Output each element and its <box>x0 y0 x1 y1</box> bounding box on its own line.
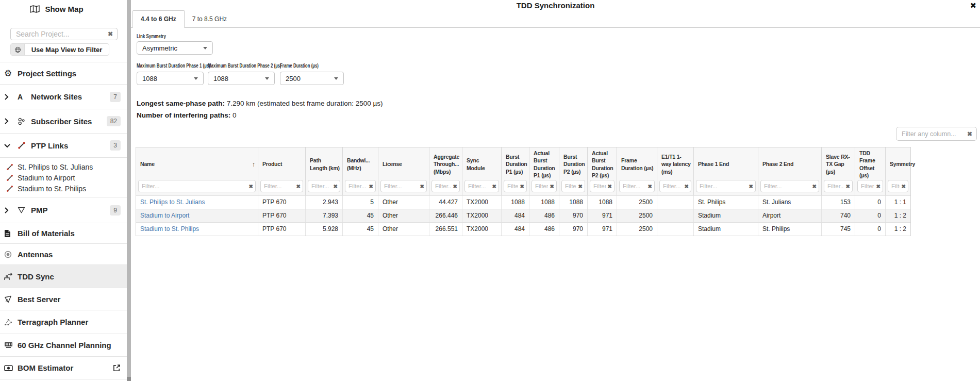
column-header-actual-burst-duration-p1-s[interactable]: Actual Burst Duration P1 (µs)✖ <box>529 147 559 195</box>
clear-filter-icon[interactable]: ✖ <box>491 184 496 189</box>
close-icon[interactable]: ✖ <box>970 1 976 10</box>
table-row[interactable]: Stadium to St. PhilipsPTP 6705.92845Othe… <box>136 222 910 236</box>
column-header-e1-t1-1-way-latency-ms[interactable]: E1/T1 1-way latency (ms)✖ <box>657 147 694 195</box>
column-filter-input[interactable] <box>826 183 845 190</box>
link-name-text[interactable]: Stadium to St. Philips <box>140 225 199 233</box>
column-filter-input[interactable] <box>890 183 901 190</box>
column-header-path-length-km[interactable]: Path Length (km)✖ <box>306 147 343 195</box>
column-filter-input[interactable] <box>506 183 519 190</box>
column-header-slave-rx-tx-gap-s[interactable]: Slave RX-TX Gap (µs)✖ <box>822 147 855 195</box>
table-row[interactable]: Stadium to AirportPTP 6707.39345Other266… <box>136 209 910 222</box>
column-filter-burst-duration-p2-s: ✖ <box>561 180 585 192</box>
sidebar-item-bill-of-materials[interactable]: Bill of Materials <box>0 223 127 244</box>
column-filter-input[interactable] <box>763 183 811 190</box>
column-filter-input[interactable] <box>347 183 368 190</box>
column-header-phase-1-end[interactable]: Phase 1 End✖ <box>694 147 758 195</box>
link-name-text[interactable]: Stadium to Airport <box>140 212 189 219</box>
clear-filter-icon[interactable]: ✖ <box>295 184 301 189</box>
sidebar-item-terragraph-planner[interactable]: Terragraph Planner <box>0 310 127 334</box>
clear-filter-icon[interactable]: ✖ <box>811 184 817 189</box>
clear-filter-icon[interactable]: ✖ <box>452 184 457 189</box>
column-header-phase-2-end[interactable]: Phase 2 End✖ <box>758 147 822 195</box>
sidebar-item-subscriber-sites[interactable]: Subscriber Sites82 <box>0 109 127 134</box>
column-filter-input[interactable] <box>434 183 452 190</box>
column-header-bandwi-mhz[interactable]: Bandwi... (MHz)✖ <box>343 147 378 195</box>
clear-filter-icon[interactable]: ✖ <box>577 184 583 189</box>
sidebar-item-bom-estimator[interactable]: BOM Estimator <box>0 357 127 379</box>
column-filter-input[interactable] <box>534 183 549 190</box>
column-filter-input[interactable] <box>622 183 647 190</box>
column-filter-input[interactable] <box>564 183 577 190</box>
sidebar-item-stadium-to-airport[interactable]: Stadium to Airport <box>0 172 127 183</box>
max-burst-phase2-select[interactable]: 1088 <box>208 72 275 85</box>
column-filter-input[interactable] <box>592 183 607 190</box>
clear-filter-icon[interactable]: ✖ <box>647 184 652 189</box>
clear-search-icon[interactable]: ✖ <box>108 30 113 38</box>
column-header-frame-duration-s[interactable]: Frame Duration (µs)✖ <box>617 147 657 195</box>
sidebar-item-best-server[interactable]: Best Server <box>0 288 127 310</box>
clear-filter-any-icon[interactable]: ✖ <box>967 130 972 138</box>
sidebar-item-st-philips-to-st-julians[interactable]: St. Philips to St. Julians <box>0 161 127 172</box>
clear-filter-icon[interactable]: ✖ <box>607 184 612 189</box>
link-name-cell[interactable]: St. Philips to St. Julians <box>136 196 258 209</box>
clear-filter-icon[interactable]: ✖ <box>419 184 424 189</box>
column-filter-input[interactable] <box>141 183 248 190</box>
column-header-tdd-frame-offset-s[interactable]: TDD Frame Offset (µs)✖ <box>855 147 886 195</box>
column-header-symmetry[interactable]: Symmetry✖ <box>886 147 910 195</box>
sidebar-scrollbar[interactable] <box>127 0 131 381</box>
link-name-cell[interactable]: Stadium to Airport <box>136 209 258 222</box>
column-filter-symmetry: ✖ <box>888 180 908 192</box>
clear-filter-icon[interactable]: ✖ <box>248 184 253 189</box>
clear-filter-icon[interactable]: ✖ <box>519 184 524 189</box>
column-header-product[interactable]: Product✖ <box>258 147 306 195</box>
show-map-button[interactable]: Show Map <box>0 2 127 15</box>
link-name-cell[interactable]: Stadium to St. Philips <box>136 223 258 236</box>
column-filter-input[interactable] <box>310 183 333 190</box>
clear-filter-icon[interactable]: ✖ <box>901 184 906 189</box>
sidebar-item-ptp-links[interactable]: PTP Links3 <box>0 134 127 158</box>
tab-7-to-8-5-ghz[interactable]: 7 to 8.5 GHz <box>185 10 235 27</box>
column-header-actual-burst-duration-p2-s[interactable]: Actual Burst Duration P2 (µs)✖ <box>588 147 617 195</box>
column-header-label: License <box>383 160 402 168</box>
table-row[interactable]: St. Philips to St. JuliansPTP 6702.9435O… <box>136 195 910 209</box>
sidebar-item-tdd-sync[interactable]: TDD Sync <box>0 265 127 288</box>
column-filter-e1-t1-1-way-latency-ms: ✖ <box>659 180 691 192</box>
clear-filter-icon[interactable]: ✖ <box>845 184 850 189</box>
clear-filter-icon[interactable]: ✖ <box>684 184 689 189</box>
frame-duration-select[interactable]: 2500 <box>280 72 344 85</box>
column-filter-input[interactable] <box>699 183 748 190</box>
clear-filter-icon[interactable]: ✖ <box>748 184 753 189</box>
use-map-view-filter-button[interactable]: Use Map View to Filter <box>10 43 109 56</box>
column-filter-input[interactable] <box>467 183 491 190</box>
filter-any-column-input[interactable] <box>901 130 967 138</box>
column-header-license[interactable]: License✖ <box>378 147 429 195</box>
column-filter-input[interactable] <box>383 183 419 190</box>
sidebar-item-network-sites[interactable]: ANetwork Sites7 <box>0 85 127 109</box>
sidebar-item-project-settings[interactable]: ⚙Project Settings <box>0 62 127 85</box>
search-project-input[interactable] <box>15 29 108 39</box>
tab-4-4-to-6-ghz[interactable]: 4.4 to 6 GHz <box>132 10 185 28</box>
column-header-burst-duration-p1-s[interactable]: Burst Duration P1 (µs)✖ <box>502 147 529 195</box>
table-cell: St. Julians <box>758 196 822 209</box>
column-header-name[interactable]: Name↑✖ <box>136 147 258 195</box>
clear-filter-icon[interactable]: ✖ <box>368 184 373 189</box>
sidebar-item-stadium-to-st-philips[interactable]: Stadium to St. Philips <box>0 183 127 194</box>
sidebar-item-60-ghz-channel-planning[interactable]: 60 GHz Channel Planning <box>0 334 127 357</box>
column-filter-input[interactable] <box>263 183 295 190</box>
clear-filter-icon[interactable]: ✖ <box>549 184 554 189</box>
column-filter-input[interactable] <box>662 183 684 190</box>
external-link-icon[interactable] <box>113 364 121 372</box>
sidebar-item-pmp[interactable]: PMP9 <box>0 197 127 223</box>
max-burst-phase1-select[interactable]: 1088 <box>137 72 204 85</box>
column-header-burst-duration-p2-s[interactable]: Burst Duration P2 (µs)✖ <box>559 147 588 195</box>
clear-filter-icon[interactable]: ✖ <box>875 184 881 189</box>
sidebar-item-antennas[interactable]: Antennas <box>0 244 127 265</box>
link-symmetry-select[interactable]: Asymmetric <box>137 41 213 55</box>
column-header-sync-module[interactable]: Sync Module✖ <box>462 147 502 195</box>
ptp-links-list: St. Philips to St. JuliansStadium to Air… <box>0 158 127 197</box>
column-header-aggregate-through-mbps[interactable]: Aggregate Through... (Mbps)✖ <box>429 147 462 195</box>
link-name-text[interactable]: St. Philips to St. Julians <box>140 198 205 206</box>
clear-filter-icon[interactable]: ✖ <box>333 184 338 189</box>
table-cell: 2500 <box>617 209 657 222</box>
column-filter-input[interactable] <box>860 183 875 190</box>
